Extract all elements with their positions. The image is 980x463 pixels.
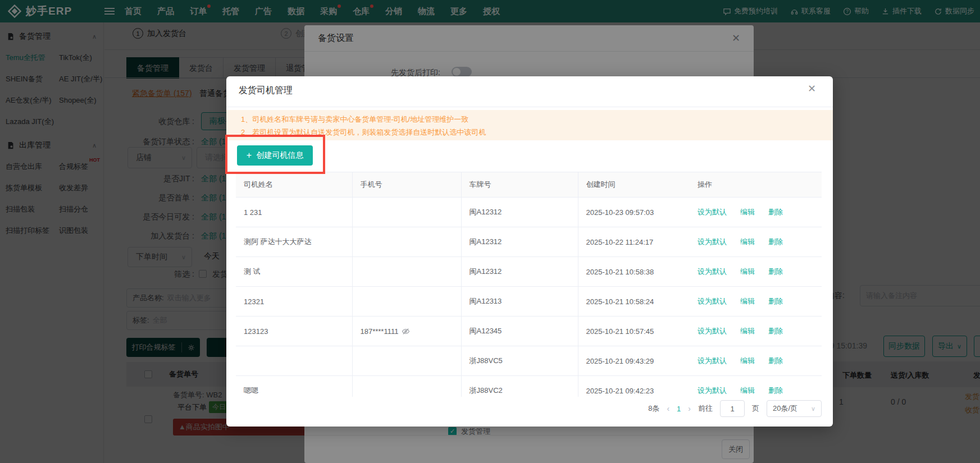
pagination-goto-label: 前往 <box>698 404 713 414</box>
driver-actions-cell: 设为默认编辑删除 <box>690 287 822 317</box>
driver-name-cell: 1 231 <box>236 198 352 227</box>
driver-row: 浙J88VC52025-10-21 09:43:29设为默认编辑删除 <box>236 346 822 376</box>
annotation-highlight-box <box>225 135 325 174</box>
set-default-link[interactable]: 设为默认 <box>698 237 727 246</box>
driver-row: 1 231闽A123122025-10-23 09:57:03设为默认编辑删除 <box>236 198 822 227</box>
col-driver-name: 司机姓名 <box>236 172 352 198</box>
delete-link[interactable]: 删除 <box>768 297 783 305</box>
driver-notice-line-2: 2、若司机设置为默认自送发货司机，则装箱发货选择自送时默认选中该司机 <box>241 126 833 139</box>
col-created: 创建时间 <box>578 172 690 198</box>
close-icon[interactable]: ✕ <box>808 84 816 94</box>
pagination-current-page[interactable]: 1 <box>677 405 681 413</box>
driver-modal-title: 发货司机管理 <box>239 85 293 97</box>
driver-created-cell: 2025-10-21 09:43:29 <box>578 346 690 376</box>
delete-link[interactable]: 删除 <box>768 356 783 365</box>
delete-link[interactable]: 删除 <box>768 208 783 216</box>
driver-table-header-row: 司机姓名 手机号 车牌号 创建时间 操作 <box>236 172 822 198</box>
set-default-link[interactable]: 设为默认 <box>698 327 727 335</box>
masked-phone: 187****1111 <box>361 327 399 336</box>
driver-plate-cell: 闽A12312 <box>461 227 578 257</box>
pagination-total: 8条 <box>648 404 659 414</box>
set-default-link[interactable]: 设为默认 <box>698 356 727 365</box>
driver-plate-cell: 闽A12345 <box>461 317 578 346</box>
driver-row: 测 试闽A123122025-10-21 10:58:38设为默认编辑删除 <box>236 257 822 287</box>
edit-link[interactable]: 编辑 <box>740 208 755 216</box>
driver-created-cell: 2025-10-23 09:57:03 <box>578 198 690 227</box>
driver-phone-cell <box>352 346 461 376</box>
driver-name-cell: 12321 <box>236 287 352 317</box>
driver-name-cell: 123123 <box>236 317 352 346</box>
page-size-select[interactable]: 20条/页 ∨ <box>767 400 822 417</box>
driver-row: 嗯嗯浙J88VC22025-10-21 09:42:23设为默认编辑删除 <box>236 376 822 397</box>
driver-row: 测阿 萨达十大大萨达闽A123122025-10-22 11:24:17设为默认… <box>236 227 822 257</box>
driver-row: 12321闽A123132025-10-21 10:58:24设为默认编辑删除 <box>236 287 822 317</box>
edit-link[interactable]: 编辑 <box>740 386 755 395</box>
driver-plate-cell: 闽A12312 <box>461 198 578 227</box>
edit-link[interactable]: 编辑 <box>740 237 755 246</box>
next-page-icon[interactable]: › <box>688 404 691 413</box>
driver-phone-cell: 187****1111 <box>352 317 461 346</box>
driver-plate-cell: 浙J88VC5 <box>461 346 578 376</box>
pagination-goto-input[interactable]: 1 <box>720 400 745 417</box>
set-default-link[interactable]: 设为默认 <box>698 297 727 305</box>
edit-link[interactable]: 编辑 <box>740 297 755 305</box>
modal-header-divider <box>226 107 833 107</box>
driver-notice-line-1: 1、司机姓名和车牌号请与卖家中心备货单管理-司机/地址管理维护一致 <box>241 113 833 126</box>
eye-invisible-icon <box>402 327 410 336</box>
driver-actions-cell: 设为默认编辑删除 <box>690 257 822 287</box>
delete-link[interactable]: 删除 <box>768 327 783 335</box>
driver-phone-cell <box>352 376 461 397</box>
driver-plate-cell: 闽A12313 <box>461 287 578 317</box>
col-plate: 车牌号 <box>461 172 578 198</box>
prev-page-icon[interactable]: ‹ <box>667 404 669 413</box>
delete-link[interactable]: 删除 <box>768 386 783 395</box>
driver-plate-cell: 闽A12312 <box>461 257 578 287</box>
set-default-link[interactable]: 设为默认 <box>698 267 727 276</box>
delete-link[interactable]: 删除 <box>768 267 783 276</box>
driver-actions-cell: 设为默认编辑删除 <box>690 376 822 397</box>
driver-phone-cell <box>352 287 461 317</box>
driver-actions-cell: 设为默认编辑删除 <box>690 346 822 376</box>
set-default-link[interactable]: 设为默认 <box>698 386 727 395</box>
driver-phone-cell <box>352 227 461 257</box>
edit-link[interactable]: 编辑 <box>740 267 755 276</box>
pagination-page-unit: 页 <box>752 404 759 414</box>
driver-actions-cell: 设为默认编辑删除 <box>690 198 822 227</box>
pagination: 8条 ‹ 1 › 前往 1 页 20条/页 ∨ <box>226 400 833 418</box>
edit-link[interactable]: 编辑 <box>740 356 755 365</box>
driver-table: 司机姓名 手机号 车牌号 创建时间 操作 1 231闽A123122025-10… <box>236 172 822 397</box>
driver-name-cell: 测阿 萨达十大大萨达 <box>236 227 352 257</box>
driver-actions-cell: 设为默认编辑删除 <box>690 227 822 257</box>
page-size-value: 20条/页 <box>773 404 797 414</box>
col-phone: 手机号 <box>352 172 461 198</box>
driver-row: 123123187****1111闽A123452025-10-21 10:57… <box>236 317 822 346</box>
driver-name-cell: 测 试 <box>236 257 352 287</box>
driver-name-cell <box>236 346 352 376</box>
driver-name-cell: 嗯嗯 <box>236 376 352 397</box>
col-actions: 操作 <box>690 172 822 198</box>
delete-link[interactable]: 删除 <box>768 237 783 246</box>
driver-created-cell: 2025-10-21 10:58:38 <box>578 257 690 287</box>
driver-phone-cell <box>352 198 461 227</box>
driver-phone-cell <box>352 257 461 287</box>
driver-plate-cell: 浙J88VC2 <box>461 376 578 397</box>
chevron-down-icon: ∨ <box>811 405 815 412</box>
screen: 妙手ERP 首页产品订单托管广告数据采购仓库分销物流更多授权 免费预约培训 联系… <box>0 0 980 463</box>
driver-created-cell: 2025-10-21 10:57:45 <box>578 317 690 346</box>
driver-created-cell: 2025-10-21 09:42:23 <box>578 376 690 397</box>
driver-table-body: 1 231闽A123122025-10-23 09:57:03设为默认编辑删除测… <box>236 198 822 397</box>
driver-actions-cell: 设为默认编辑删除 <box>690 317 822 346</box>
driver-created-cell: 2025-10-22 11:24:17 <box>578 227 690 257</box>
driver-created-cell: 2025-10-21 10:58:24 <box>578 287 690 317</box>
set-default-link[interactable]: 设为默认 <box>698 208 727 216</box>
driver-manage-modal: 发货司机管理 ✕ 1、司机姓名和车牌号请与卖家中心备货单管理-司机/地址管理维护… <box>226 76 833 427</box>
edit-link[interactable]: 编辑 <box>740 327 755 335</box>
